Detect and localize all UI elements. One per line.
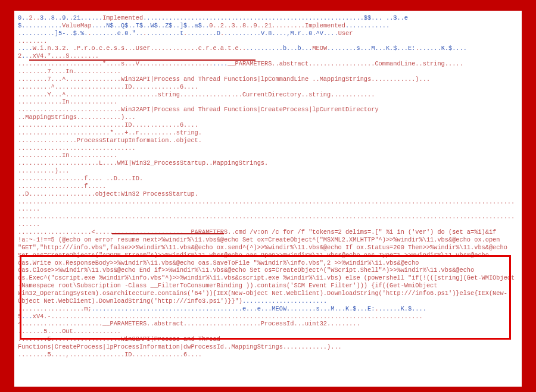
code-run: xV4.-...................................… [33,313,423,320]
code-run: ... [21,313,33,320]
code-run: ..D..................object:Win32 Proces… [18,190,198,197]
code-run: $........... [18,22,62,29]
code-run: __PARAMETERS..abstract..................… [228,60,463,67]
code-run: ........................................… [92,305,375,312]
code-run: W.i.n.3.2. .P.r.o.c.e.s.s...User........… [33,45,246,52]
code-run: ......................L....WMI|Win32_Pro… [18,159,268,167]
code-run: ............In............. [18,152,117,159]
document-page: 0..2..3..8..9..21......Implemented......… [14,11,522,387]
code-run: .... [213,60,228,67]
code-run: ..................f.... ..D....ID. [18,175,143,182]
code-run: ........................................… [18,198,515,213]
code-run: ........s...M...K.$...E: [327,45,415,52]
code-run: .........t [147,30,183,37]
code-run: ........................................… [18,213,515,228]
code-run: ............In............. [18,98,117,105]
code-run: .............................ID.........… [18,121,198,128]
code-run: ..MappingStrings............)... [18,114,136,121]
code-run: ....................... [242,297,327,305]
code-run: ValueMap [62,22,91,29]
code-run: .........^...................ID.........… [18,83,198,90]
code-run: .xV4.*....S........ [29,52,99,59]
code-run: ......K.$.... [379,305,426,312]
code-run: ..........b...b... [246,45,312,52]
code-run: ........7....In............. [18,68,121,75]
code-run: ..........V.8....,M.r..0.^V.... [224,30,338,37]
code-run: 0.. [18,14,29,21]
code-run: ............ [345,22,389,29]
code-run: MEOW [312,45,327,52]
code-run: User [338,30,353,37]
code-run: ............................Win32API|Pro… [18,106,382,113]
code-run: 3..8..9..21...... [40,14,102,21]
code-run: .. [21,52,29,59]
code-run: Implemented [102,14,143,21]
code-run: ........7...^...............Win32API|Pro… [18,76,430,83]
code-run: ....N$..Q$..T$..W$..Z$..]$..a$.. [92,22,210,29]
code-run: ........5....,...............ID.........… [18,351,202,358]
code-run: ........Y...^.........................st… [18,91,375,98]
code-run: .......e.0.".. [92,30,144,37]
code-run: ......K.$.... [419,45,467,52]
code-run: ..................f..... [18,183,106,190]
code-run: ........ [18,37,47,45]
code-run: .......5....Out............. [18,328,121,335]
code-run: 2.. [29,14,40,21]
code-run: 4......................__PARAMETERS..abs… [18,320,360,327]
code-run: .... [18,45,33,52]
code-run: ........D [187,30,220,37]
code-run: ........5...................Win32API|Pro… [18,335,342,350]
code-run: ..................m; [18,305,92,312]
code-run: ....................<...................… [18,228,518,305]
code-run: ........................................… [143,14,408,21]
code-run: .......................*....s...V.......… [18,60,213,67]
code-run: ..........]5-..$.%. [18,30,88,37]
code-run: ................................ [18,145,136,152]
code-container: 0..2..3..8..9..21......Implemented......… [18,14,518,383]
code-run: .........................*...+..r.......… [18,129,202,136]
code-run: ................ProcessStartupInformatio… [18,137,202,144]
code-block: 0..2..3..8..9..21......Implemented......… [18,14,518,359]
code-run: 0..2..3..8..9..21.........Implemented [209,22,345,29]
code-run: ..........)... [18,167,70,174]
